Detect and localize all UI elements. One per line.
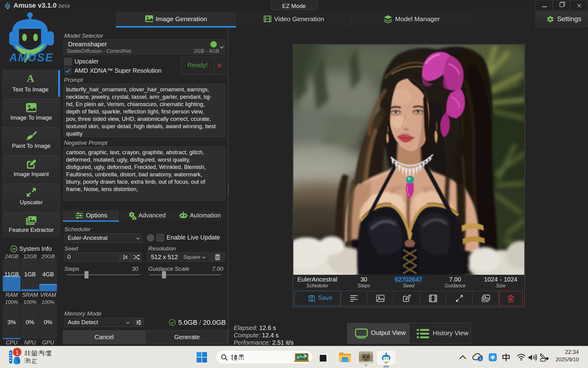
svg-text:AMUSE: AMUSE <box>9 51 53 64</box>
svg-text:i: i <box>480 357 481 361</box>
